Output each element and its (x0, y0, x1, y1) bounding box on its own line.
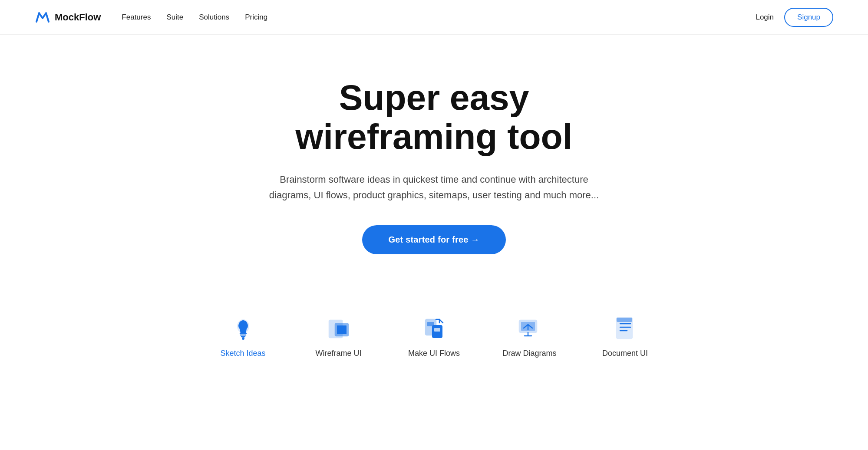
hero-title: Super easy wireframing tool (239, 78, 630, 156)
feature-item-draw-diagrams[interactable]: Draw Diagrams (499, 315, 560, 358)
features-row: Sketch Ideas Wireframe UI (0, 289, 868, 358)
hero-section: Super easy wireframing tool Brainstorm s… (0, 35, 868, 280)
feature-item-wireframe-ui[interactable]: Wireframe UI (308, 315, 369, 358)
make-ui-flows-icon (420, 315, 448, 343)
navbar: MockFlow Features Suite Solutions Pricin… (0, 0, 868, 35)
nav-link-features[interactable]: Features (122, 13, 151, 22)
svg-rect-4 (337, 325, 347, 334)
nav-right: Login Signup (756, 8, 833, 27)
feature-label-draw-diagrams: Draw Diagrams (502, 349, 556, 358)
nav-link-suite[interactable]: Suite (166, 13, 183, 22)
feature-label-document-ui: Document UI (602, 349, 648, 358)
logo[interactable]: MockFlow (35, 10, 101, 25)
logo-icon (35, 10, 50, 25)
feature-label-wireframe-ui: Wireframe UI (315, 349, 361, 358)
nav-left: MockFlow Features Suite Solutions Pricin… (35, 10, 267, 25)
feature-item-sketch-ideas[interactable]: Sketch Ideas (213, 315, 274, 358)
document-ui-icon (611, 315, 639, 343)
nav-link-pricing[interactable]: Pricing (245, 13, 267, 22)
feature-label-make-ui-flows: Make UI Flows (408, 349, 460, 358)
login-button[interactable]: Login (756, 13, 774, 22)
hero-subtitle: Brainstorm software ideas in quickest ti… (269, 172, 599, 202)
logo-text: MockFlow (55, 12, 101, 23)
svg-rect-12 (617, 318, 632, 322)
nav-link-solutions[interactable]: Solutions (199, 13, 229, 22)
svg-rect-8 (434, 328, 440, 332)
feature-item-make-ui-flows[interactable]: Make UI Flows (404, 315, 465, 358)
feature-item-document-ui[interactable]: Document UI (595, 315, 656, 358)
draw-diagrams-icon (516, 315, 544, 343)
feature-label-sketch-ideas: Sketch Ideas (220, 349, 265, 358)
wireframe-ui-icon (325, 315, 353, 343)
cta-button[interactable]: Get started for free → (362, 225, 505, 254)
signup-button[interactable]: Signup (784, 8, 833, 27)
nav-links: Features Suite Solutions Pricing (122, 13, 267, 22)
sketch-ideas-icon (229, 315, 257, 343)
svg-point-1 (242, 337, 244, 340)
